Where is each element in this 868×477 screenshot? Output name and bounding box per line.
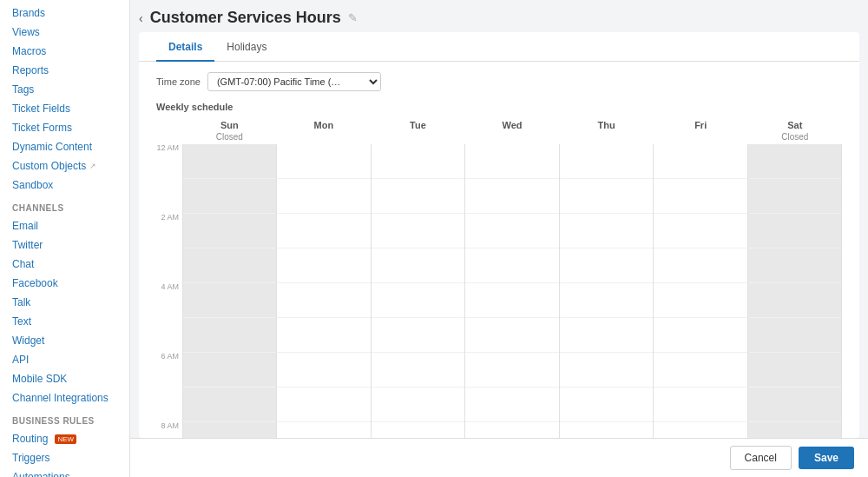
sidebar-item-ticket-forms[interactable]: Ticket Forms <box>0 118 129 137</box>
day-col-tue[interactable]: 9 AM – 5 PM× <box>372 144 465 438</box>
hour-row <box>748 179 841 214</box>
time-label <box>156 179 182 214</box>
sidebar-item-dynamic-content[interactable]: Dynamic Content <box>0 137 129 156</box>
hour-row <box>560 318 653 353</box>
hour-row <box>654 388 746 422</box>
page-title: Customer Services Hours <box>150 9 341 27</box>
hour-row <box>465 422 558 438</box>
sidebar-item-automations[interactable]: Automations <box>0 467 129 477</box>
sidebar-item-reports[interactable]: Reports <box>0 61 129 80</box>
sidebar-item-api[interactable]: API <box>0 350 129 369</box>
time-label: 12 AM <box>156 144 182 179</box>
sidebar-item-talk[interactable]: Talk <box>0 293 129 312</box>
day-header-mon: Mon <box>277 116 372 144</box>
sidebar-item-custom-objects[interactable]: Custom Objects↗ <box>0 156 129 176</box>
hour-row <box>277 214 370 248</box>
sidebar-item-macros[interactable]: Macros <box>0 42 129 61</box>
hour-row <box>372 144 464 179</box>
time-label: 2 AM <box>156 214 182 248</box>
hour-row <box>372 283 464 318</box>
hour-row <box>748 214 841 248</box>
hour-row <box>748 144 841 179</box>
sidebar-item-ticket-fields[interactable]: Ticket Fields <box>0 99 129 118</box>
sidebar-item-text[interactable]: Text <box>0 312 129 331</box>
time-label <box>156 318 182 353</box>
tab-holidays[interactable]: Holidays <box>214 32 279 62</box>
hour-row <box>654 283 746 318</box>
sidebar-item-views[interactable]: Views <box>0 23 129 42</box>
sidebar-item-twitter[interactable]: Twitter <box>0 235 129 255</box>
hour-row <box>465 179 558 214</box>
time-label: 8 AM <box>156 422 182 438</box>
sidebar-item-widget[interactable]: Widget <box>0 331 129 350</box>
sidebar-item-brands[interactable]: Brands <box>0 3 129 23</box>
sidebar: BrandsViewsMacrosReportsTagsTicket Field… <box>0 0 130 477</box>
hour-row <box>654 214 746 248</box>
schedule-grid-wrap[interactable]: SunClosedMonTueWedThuFriSatClosed 12 AM2… <box>139 116 859 438</box>
time-label: 6 AM <box>156 353 182 388</box>
hour-row <box>465 283 558 318</box>
hour-row <box>465 144 558 179</box>
sidebar-item-channel-integrations[interactable]: Channel Integrations <box>0 388 129 407</box>
hour-row <box>654 179 746 214</box>
hour-row <box>560 179 653 214</box>
hour-row <box>183 248 276 283</box>
sidebar-item-routing[interactable]: Routing <box>0 429 129 448</box>
save-button[interactable]: Save <box>799 447 854 469</box>
hour-row <box>277 353 370 388</box>
hour-row <box>183 214 276 248</box>
hour-row <box>372 318 464 353</box>
tab-details[interactable]: Details <box>156 32 214 62</box>
main-content: ‹ Customer Services Hours ✎ DetailsHolid… <box>130 0 868 477</box>
day-col-sun[interactable] <box>183 144 277 438</box>
time-label: 4 AM <box>156 283 182 318</box>
day-header-sun: SunClosed <box>182 116 277 144</box>
hour-row <box>748 283 841 318</box>
back-button[interactable]: ‹ <box>139 11 143 25</box>
hour-row <box>183 422 276 438</box>
hour-row <box>560 214 653 248</box>
cancel-button[interactable]: Cancel <box>730 446 792 470</box>
day-col-fri[interactable]: 9 AM – 4:30 PM× <box>654 144 747 438</box>
hour-row <box>372 388 464 422</box>
day-header-tue: Tue <box>371 116 465 144</box>
page-header: ‹ Customer Services Hours ✎ <box>130 0 868 32</box>
hour-row <box>183 388 276 422</box>
sidebar-item-triggers[interactable]: Triggers <box>0 448 129 467</box>
hour-row <box>560 388 653 422</box>
hour-row <box>183 144 276 179</box>
hour-row <box>748 318 841 353</box>
hour-row <box>277 179 370 214</box>
edit-title-icon[interactable]: ✎ <box>348 11 358 24</box>
hour-row <box>560 422 653 438</box>
sidebar-item-facebook[interactable]: Facebook <box>0 274 129 293</box>
sidebar-item-mobile-sdk[interactable]: Mobile SDK <box>0 369 129 388</box>
day-col-wed[interactable]: 9 AM – 5 PM× <box>465 144 559 438</box>
timezone-row: Time zone (GMT-07:00) Pacific Time (… <box>139 62 859 96</box>
hour-row <box>465 214 558 248</box>
sidebar-item-chat[interactable]: Chat <box>0 255 129 274</box>
hour-row <box>654 422 746 438</box>
hour-row <box>183 283 276 318</box>
day-col-mon[interactable]: 9 AM – 5 PM× <box>277 144 371 438</box>
day-header-sat: SatClosed <box>747 116 842 144</box>
hour-row <box>277 248 370 283</box>
content-card: DetailsHolidays Time zone (GMT-07:00) Pa… <box>139 32 859 438</box>
hour-row <box>654 248 746 283</box>
bottom-bar: Cancel Save <box>130 438 868 477</box>
hour-row <box>465 388 558 422</box>
hour-row <box>183 318 276 353</box>
hour-row <box>560 353 653 388</box>
hour-row <box>465 353 558 388</box>
sidebar-item-sandbox[interactable]: Sandbox <box>0 176 129 195</box>
hour-row <box>654 144 746 179</box>
sidebar-item-email[interactable]: Email <box>0 216 129 235</box>
day-col-sat[interactable] <box>748 144 842 438</box>
hour-row <box>372 214 464 248</box>
hour-row <box>277 318 370 353</box>
timezone-select[interactable]: (GMT-07:00) Pacific Time (… <box>207 72 381 91</box>
hour-row <box>560 248 653 283</box>
day-col-thu[interactable]: 9 AM – 6 PM× <box>560 144 654 438</box>
schedule-label: Weekly schedule <box>139 96 859 116</box>
sidebar-item-tags[interactable]: Tags <box>0 80 129 99</box>
